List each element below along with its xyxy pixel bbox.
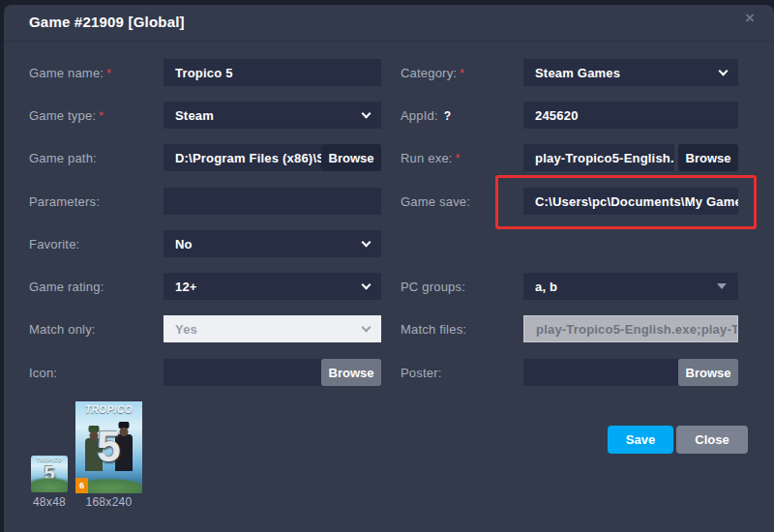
parameters-input[interactable] xyxy=(164,188,381,215)
dropdown-arrow-icon xyxy=(717,283,727,289)
favorite-select[interactable]: No xyxy=(164,230,381,257)
poster-title-text: TROPICO xyxy=(75,404,142,415)
parameters-label: Parameters: xyxy=(29,194,164,209)
pc-groups-label: PC groups: xyxy=(401,280,523,294)
save-button[interactable]: Save xyxy=(608,426,673,454)
game-path-browse-button[interactable]: Browse xyxy=(321,144,381,171)
form-row: Game name:* Tropico 5 Category:* Steam G… xyxy=(29,59,738,86)
game-save-input[interactable]: C:\Users\pc\Documents\My Games\ xyxy=(523,188,738,215)
required-marker: * xyxy=(456,152,461,165)
poster-label: Poster: xyxy=(401,366,523,380)
game-path-label: Game path: xyxy=(29,151,164,165)
form-row: Favorite: No xyxy=(29,230,738,257)
dialog-actions: Save Close xyxy=(608,426,748,454)
poster-size-label: 168x240 xyxy=(75,495,142,509)
chevron-down-icon xyxy=(362,280,372,289)
icon-browse-button[interactable]: Browse xyxy=(321,359,381,386)
game-type-select[interactable]: Steam xyxy=(164,102,381,129)
help-icon[interactable]: ? xyxy=(444,109,452,123)
icon-size-label: 48x48 xyxy=(21,495,77,509)
game-path-input[interactable]: D:\Program Files (x86)\Ste xyxy=(164,144,321,171)
form-row: Game rating: 12+ PC groups: a, b xyxy=(29,273,738,300)
game-poster-thumbnail: TROPICO 5 6 xyxy=(75,401,142,493)
close-icon[interactable]: × xyxy=(741,10,759,27)
dialog-header: Game #21909 [Global] × xyxy=(4,5,774,42)
poster-input[interactable] xyxy=(523,359,678,386)
chevron-down-icon xyxy=(719,66,729,75)
match-only-select: Yes xyxy=(164,315,381,342)
appid-input[interactable]: 245620 xyxy=(523,102,738,129)
poster-browse-button[interactable]: Browse xyxy=(678,359,738,386)
icon-input[interactable] xyxy=(164,359,321,386)
form-row: Game path: D:\Program Files (x86)\Ste Br… xyxy=(29,144,738,171)
chevron-down-icon xyxy=(362,322,372,332)
island-art xyxy=(31,477,68,492)
form-row: Match only: Yes Match files: play-Tropic… xyxy=(29,315,738,342)
form-row: Icon: Browse Poster: Browse xyxy=(29,359,738,386)
game-save-label: Game save: xyxy=(401,194,523,209)
game-name-input[interactable]: Tropico 5 xyxy=(164,59,381,86)
chevron-down-icon xyxy=(362,108,372,118)
run-exe-browse-button[interactable]: Browse xyxy=(678,144,738,171)
appid-label: AppId:? xyxy=(401,108,523,123)
game-name-label: Game name:* xyxy=(29,66,164,80)
game-icon-thumbnail: TROPICO 5 xyxy=(31,456,68,492)
category-label: Category:* xyxy=(401,66,523,80)
category-select[interactable]: Steam Games xyxy=(523,59,738,86)
form-row: Game type:* Steam AppId:? 245620 xyxy=(29,102,738,129)
match-only-label: Match only: xyxy=(29,322,164,337)
icon-label: Icon: xyxy=(29,366,164,380)
required-marker: * xyxy=(99,109,104,123)
dialog-title: Game #21909 [Global] xyxy=(29,14,185,30)
pc-groups-select[interactable]: a, b xyxy=(523,273,738,300)
favorite-label: Favorite: xyxy=(29,237,164,251)
match-files-input: play-Tropico5-English.exe;play-Tropic xyxy=(523,315,738,342)
game-type-label: Game type:* xyxy=(29,108,164,123)
game-edit-dialog: Game #21909 [Global] × Game name:* Tropi… xyxy=(4,5,774,532)
required-marker: * xyxy=(106,67,111,80)
run-exe-label: Run exe:* xyxy=(401,151,523,165)
age-rating-badge: 6 xyxy=(75,478,88,493)
close-button[interactable]: Close xyxy=(676,426,748,454)
required-marker: * xyxy=(460,67,464,80)
game-rating-label: Game rating: xyxy=(29,280,164,294)
form-row: Parameters: Game save: C:\Users\pc\Docum… xyxy=(29,188,738,215)
match-files-label: Match files: xyxy=(401,322,523,337)
game-rating-select[interactable]: 12+ xyxy=(164,273,381,300)
run-exe-input[interactable]: play-Tropico5-English.exe xyxy=(523,144,674,171)
chevron-down-icon xyxy=(362,237,372,247)
